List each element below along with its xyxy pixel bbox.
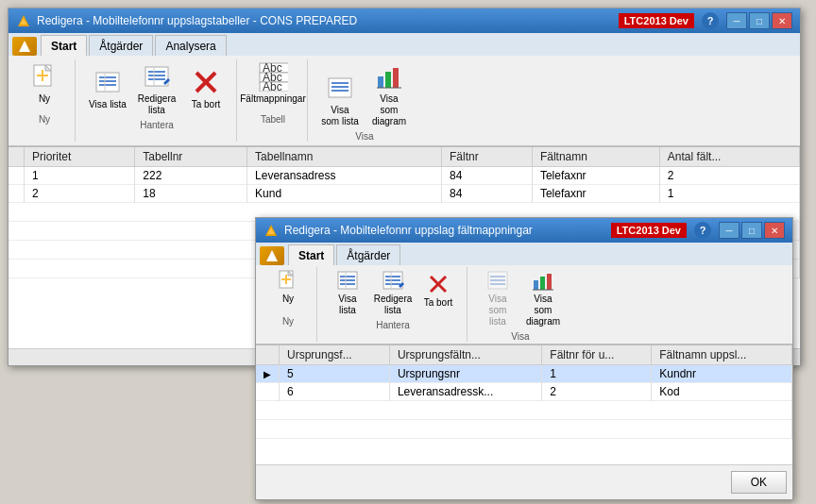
dialog-table-area: Ursprungsf... Ursprungsfältn... Fältnr f…	[256, 345, 792, 464]
dialog-close-button[interactable]: ✕	[764, 222, 785, 239]
diagram-label: Visa som diagram	[370, 93, 408, 127]
dialog-visa-lista-svg	[486, 269, 509, 292]
dialog-title: Redigera - Mobiltelefonnr uppslag fältma…	[284, 224, 533, 237]
dialog-tab-atgarder[interactable]: Åtgärder	[336, 244, 400, 265]
dialog-delete-label: Ta bort	[424, 297, 453, 309]
dialog-row-indicator-header	[256, 345, 280, 365]
edit-label: Redigera lista	[138, 93, 177, 116]
dialog-chart-svg	[532, 269, 554, 292]
row-indicator-2	[8, 185, 25, 203]
help-button[interactable]: ?	[702, 12, 719, 29]
abc-svg-icon: Abc Abc Abc	[258, 61, 288, 92]
dialog-cell-col2-1: Ursprungsnr	[389, 365, 541, 383]
col-prioritet: Prioritet	[25, 147, 135, 167]
dialog-group-hantera: Visa lista	[319, 267, 468, 342]
dialog-delete-icon	[427, 273, 450, 295]
dialog-col3: Fältnr för u...	[542, 345, 652, 365]
close-button[interactable]: ✕	[772, 12, 792, 29]
dialog-visa-lista-button[interactable]: Visa som lista	[477, 267, 518, 329]
maximize-button[interactable]: □	[749, 12, 770, 29]
dialog-cell-col1-2: 6	[280, 383, 390, 401]
logo-icon	[18, 40, 31, 53]
svg-rect-59	[540, 277, 545, 290]
table-row[interactable]: 2 18 Kund 84 Telefaxnr 1	[8, 185, 800, 203]
dialog-group-ny: Ny Ny	[260, 267, 317, 342]
visa-som-lista-button[interactable]: Visa som lista	[317, 71, 363, 129]
empty-row	[256, 401, 792, 420]
dialog-list-icon	[336, 269, 359, 292]
table-row[interactable]: 1 222 Leveransadress 84 Telefaxnr 2	[8, 167, 800, 185]
dialog-dev-badge: LTC2013 Dev	[611, 223, 687, 238]
tab-atgarder[interactable]: Åtgärder	[89, 35, 153, 56]
ribbon-group-visa: Visa som lista Visa	[310, 59, 419, 142]
dialog-ribbon-content: Ny Ny	[256, 265, 792, 344]
dialog-new-svg	[277, 269, 299, 292]
minimize-button[interactable]: ─	[726, 12, 747, 29]
edit-button[interactable]: Redigera lista	[134, 59, 179, 118]
delete-icon	[191, 67, 221, 97]
dialog-delete-svg	[427, 273, 450, 295]
visa-som-diagram-button[interactable]: Visa som diagram	[366, 59, 412, 129]
dialog-table: Ursprungsf... Ursprungsfältn... Fältnr f…	[256, 345, 792, 439]
cell-antal-1: 2	[659, 167, 799, 185]
dialog-visa-lista-label: Visa som lista	[481, 294, 515, 328]
edit-svg-icon	[143, 62, 171, 91]
new-button[interactable]: Ny	[22, 59, 67, 112]
dev-badge: LTC2013 Dev	[619, 13, 694, 28]
col-antal: Antal fält...	[659, 147, 799, 167]
dialog-visa-lista-icon	[486, 269, 509, 292]
dialog-cell-col4-1: Kundnr	[652, 365, 792, 383]
cell-tabellnr-2: 18	[135, 185, 247, 203]
new-label: Ny	[39, 93, 50, 105]
list-icon	[93, 67, 123, 97]
dialog-visa-group-label: Visa	[511, 331, 529, 342]
dialog-maximize-button[interactable]: □	[741, 222, 762, 239]
dialog-new-label: Ny	[282, 294, 294, 305]
dialog-app-icon	[264, 223, 279, 238]
ribbon-group-hantera: Visa lista	[77, 59, 237, 142]
dialog-new-icon	[277, 269, 299, 292]
dialog-group-visa: Visa som lista Visa	[469, 267, 571, 342]
dialog-help-button[interactable]: ?	[694, 222, 711, 239]
dialog-ribbon: Start Åtgärder	[256, 243, 792, 345]
row-indicator-header	[8, 147, 25, 167]
ok-button[interactable]: OK	[731, 471, 787, 494]
svg-marker-2	[19, 41, 30, 52]
cell-priority-2: 2	[25, 185, 135, 203]
cell-priority-1: 1	[25, 167, 135, 185]
tab-start[interactable]: Start	[41, 35, 87, 56]
delete-button[interactable]: Ta bort	[183, 65, 229, 118]
dialog-new-button[interactable]: Ny	[267, 267, 309, 314]
dialog-tab-start[interactable]: Start	[288, 244, 334, 265]
tabell-group-label: Tabell	[261, 114, 285, 125]
dialog-visa-diagram-button[interactable]: Visa som diagram	[522, 267, 564, 329]
dialog-cell-col2-2: Leveransadressk...	[389, 383, 541, 401]
main-window-title: Redigera - Mobiltelefonnr uppslagstabell…	[37, 14, 357, 27]
dialog-minimize-button[interactable]: ─	[719, 222, 740, 239]
dialog-ribbon-logo[interactable]	[260, 246, 284, 265]
tab-analysera[interactable]: Analysera	[155, 35, 226, 56]
cell-tabellnr-1: 222	[135, 167, 247, 185]
new-svg-icon	[30, 62, 59, 91]
ribbon-logo[interactable]	[12, 37, 37, 56]
dialog-table-row[interactable]: 6 Leveransadressk... 2 Kod	[256, 383, 792, 401]
col-tabellnamn: Tabellnamn	[247, 147, 442, 167]
dialog-window: Redigera - Mobiltelefonnr uppslag fältma…	[255, 217, 793, 500]
ny-group-label: Ny	[39, 114, 50, 125]
cell-faltnamn-1: Telefaxnr	[532, 167, 659, 185]
dialog-col1: Ursprungsf...	[280, 345, 390, 365]
view-list-button[interactable]: Visa lista	[85, 65, 130, 118]
faltmappningar-button[interactable]: Abc Abc Abc Fältmappningar	[246, 59, 299, 112]
dialog-title-bar: Redigera - Mobiltelefonnr uppslag fältma…	[256, 218, 792, 243]
dialog-table-row-selected[interactable]: ▶ 5 Ursprungsnr 1 Kundnr	[256, 365, 792, 383]
list-svg-icon	[94, 68, 122, 96]
svg-rect-58	[534, 280, 538, 290]
dialog-delete-button[interactable]: Ta bort	[417, 271, 459, 318]
ribbon-group-ny: Ny Ny	[14, 59, 76, 142]
dialog-cell-col3-2: 2	[542, 383, 652, 401]
delete-svg-icon	[192, 68, 220, 96]
svg-rect-26	[329, 78, 351, 97]
svg-text:Abc: Abc	[263, 80, 282, 92]
dialog-edit-button[interactable]: Redigera lista	[372, 267, 414, 318]
dialog-view-list-button[interactable]: Visa lista	[327, 267, 368, 318]
